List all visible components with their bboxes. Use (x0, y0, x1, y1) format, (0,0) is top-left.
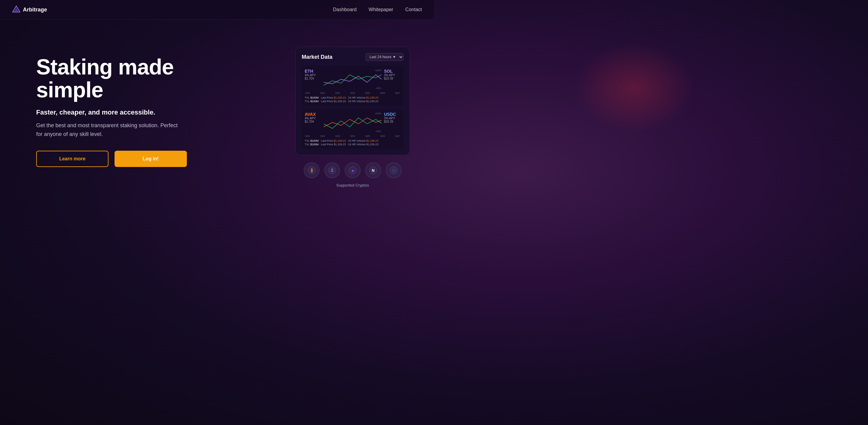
hero-description: Get the best and most transparent stakin… (36, 121, 181, 139)
logo-icon (12, 5, 21, 14)
market-card-title: Market Data (302, 54, 333, 60)
near-icon[interactable]: Ν (365, 162, 381, 178)
eth-apy: 4% APY (305, 73, 321, 77)
market-data-card: Market Data Last 24 hours ▼ ETH 4% APY $… (296, 47, 410, 155)
chart-dates-top: 9/219/229/239/249/259/269/27 (305, 92, 401, 94)
svg-text:₿: ₿ (311, 168, 313, 173)
chart-dates-bottom: 9/219/229/239/249/259/269/27 (305, 135, 401, 138)
crypto-icons-list: ₿ Ξ ◈ (304, 162, 401, 178)
nav-links: Dashboard Whitepaper Contact (333, 7, 422, 12)
nav-link-dashboard[interactable]: Dashboard (333, 7, 356, 12)
nav-link-whitepaper[interactable]: Whitepaper (369, 7, 393, 12)
eth-price: $1,704 (305, 77, 321, 80)
supported-cryptos-label: Supported Cryptos (336, 183, 369, 187)
eth-chart (324, 69, 381, 90)
svg-text:Ν: Ν (372, 168, 374, 173)
hero-section: Staking made simple Faster, cheaper, and… (36, 44, 211, 167)
supported-cryptos-section: ₿ Ξ ◈ (296, 162, 410, 187)
login-button[interactable]: Log in! (115, 151, 187, 167)
sol-price: $29.39 (384, 77, 401, 80)
logo: Arbitrage (12, 5, 47, 14)
sol-apy: 3% APY (384, 73, 401, 77)
avax-usdc-stats: TVL $100M Last Price $1,239.23 24 HR Vol… (305, 139, 401, 146)
logo-text: Arbitrage (23, 7, 47, 13)
ethereum-icon[interactable]: Ξ (324, 162, 340, 178)
svg-text:◈: ◈ (351, 169, 354, 173)
market-card-header: Market Data Last 24 hours ▼ (302, 53, 404, 61)
polygon-icon[interactable]: ◈ (345, 162, 361, 178)
svg-text:⬡: ⬡ (392, 169, 396, 173)
link-icon[interactable]: ⬡ (386, 162, 401, 178)
hero-title: Staking made simple (36, 56, 211, 101)
navbar: Arbitrage Dashboard Whitepaper Contact (0, 0, 434, 20)
avax-apy: 4% APY (305, 117, 321, 120)
svg-text:Ξ: Ξ (331, 168, 333, 173)
sol-token-name: SOL (384, 69, 401, 73)
nav-link-contact[interactable]: Contact (405, 7, 422, 12)
usdc-apy: 3% APY (384, 117, 401, 120)
market-timeframe-dropdown[interactable]: Last 24 hours ▼ (366, 53, 404, 61)
avax-price: $1,704 (305, 120, 321, 123)
bitcoin-icon[interactable]: ₿ (304, 162, 319, 178)
eth-sol-stats: TVL $100M Last Price $1,239.23 24 HR Vol… (305, 96, 401, 103)
hero-subtitle: Faster, cheaper, and more accessible. (36, 109, 211, 116)
hero-right-panel: Market Data Last 24 hours ▼ ETH 4% APY $… (296, 44, 410, 187)
eth-token-name: ETH (305, 69, 321, 73)
usdc-token-name: USDC (384, 112, 401, 117)
usdc-price: $29.39 (384, 120, 401, 123)
main-content: Staking made simple Faster, cheaper, and… (0, 20, 434, 212)
avax-chart (324, 112, 381, 133)
avax-token-name: AVAX (305, 112, 321, 117)
learn-more-button[interactable]: Learn more (36, 151, 108, 167)
hero-buttons: Learn more Log in! (36, 151, 211, 167)
